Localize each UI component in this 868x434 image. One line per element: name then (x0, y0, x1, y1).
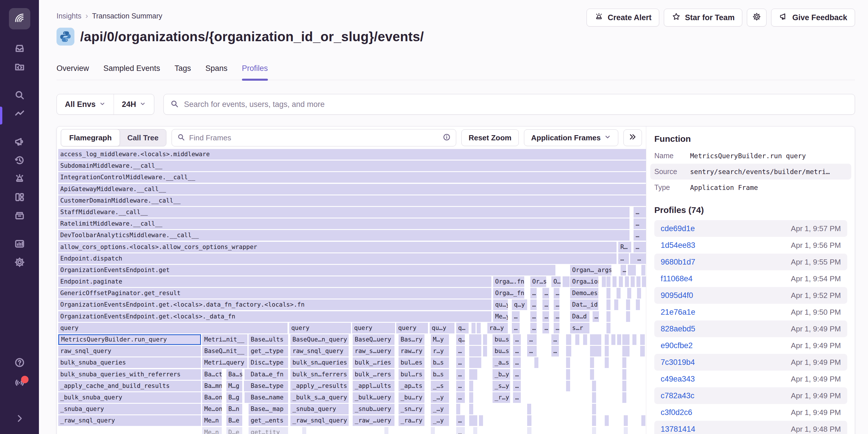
flame-frame[interactable] (469, 369, 473, 380)
flame-frame[interactable] (477, 346, 481, 357)
event-search-input[interactable] (183, 100, 848, 109)
sidebar-item-dashboards[interactable] (9, 189, 30, 207)
flame-frame[interactable] (640, 334, 645, 345)
flame-frame[interactable]: bulk_sn…ferrers (290, 369, 349, 380)
flame-frame[interactable]: ApiGatewayMiddleware.__call__ (58, 184, 646, 195)
flame-frame[interactable]: … (456, 415, 465, 426)
flame-frame[interactable]: q… (456, 334, 465, 345)
flame-frame[interactable]: ra…y (487, 323, 508, 333)
flame-frame[interactable]: Ba…ct (202, 369, 221, 380)
star-for-team-button[interactable]: Star for Team (664, 9, 742, 27)
flame-frame[interactable]: … (621, 265, 626, 275)
flame-frame[interactable]: allow_cors_options.<locals>.allow_cors_o… (58, 242, 617, 253)
flame-frame[interactable] (622, 357, 626, 368)
profile-link[interactable]: e90cfbe2 (661, 341, 693, 350)
give-feedback-button[interactable]: Give Feedback (771, 9, 855, 27)
flame-frame[interactable]: … (456, 392, 465, 403)
flame-frame[interactable]: … (554, 299, 559, 310)
sidebar-item-insights[interactable] (9, 105, 30, 123)
flame-frame[interactable]: Orga…_fn (493, 288, 524, 299)
flame-frame[interactable] (607, 323, 611, 333)
flame-frame[interactable]: s…r (570, 323, 589, 333)
profile-link[interactable]: 13781414 (661, 425, 695, 434)
profile-link[interactable]: f11068e4 (661, 274, 693, 283)
flame-frame[interactable]: raw_snql_query (58, 346, 201, 357)
flame-frame[interactable]: r…y (431, 346, 449, 357)
flame-frame[interactable]: query (289, 323, 351, 333)
sidebar-expand-button[interactable] (9, 410, 30, 428)
flame-frame[interactable]: … (551, 334, 559, 345)
flame-frame[interactable]: BaseQ…uery (353, 334, 395, 345)
breadcrumb-insights[interactable]: Insights (57, 12, 81, 20)
settings-button[interactable] (747, 9, 767, 27)
flame-frame[interactable]: _snuba_query (290, 404, 349, 414)
flame-frame[interactable] (592, 427, 596, 434)
flame-frame[interactable]: … (456, 369, 465, 380)
flame-frame[interactable] (473, 369, 477, 380)
flame-frame[interactable]: b…s (431, 369, 449, 380)
flame-frame[interactable]: … (513, 346, 521, 357)
flame-frame[interactable]: OrganizationEventsEndpoint.get.<locals>.… (58, 299, 491, 310)
flame-frame[interactable]: raw_s…uery (353, 346, 395, 357)
flame-frame[interactable]: _raw_…uery (353, 415, 395, 426)
flame-frame[interactable]: RatelimitMiddleware.__call__ (58, 219, 629, 229)
flame-frame[interactable]: … (593, 311, 599, 322)
flame-frame[interactable] (607, 288, 611, 299)
flame-frame[interactable]: … (456, 381, 465, 391)
flame-frame[interactable]: Ba…on (202, 392, 221, 403)
sentry-logo[interactable] (9, 8, 30, 29)
flame-frame[interactable]: query (58, 323, 287, 333)
flamegraph[interactable]: access_log_middleware.<locals>.middlewar… (57, 149, 646, 434)
flame-frame[interactable]: Base…_map (249, 404, 288, 414)
flame-frame[interactable]: … (542, 288, 549, 299)
flame-frame[interactable]: bulk_snuba_queries (58, 357, 201, 368)
flame-frame[interactable]: get_…ents (249, 415, 288, 426)
flame-frame[interactable] (607, 311, 611, 322)
flame-frame[interactable] (592, 404, 596, 414)
flame-frame[interactable] (607, 299, 611, 310)
flame-frame[interactable]: _raw_snql_query (290, 415, 349, 426)
flame-frame[interactable]: _…y (431, 392, 449, 403)
flame-frame[interactable]: _appl…ults (353, 381, 395, 391)
flame-frame[interactable]: … (530, 288, 537, 299)
flame-frame[interactable]: _raw_snql_query (58, 415, 201, 426)
flame-frame[interactable]: Metri…nit__ (202, 334, 247, 345)
flame-frame[interactable]: bul…rs (399, 369, 425, 380)
profile-link[interactable]: 7c3019b4 (661, 358, 695, 367)
flame-frame[interactable] (469, 415, 473, 426)
profile-link[interactable]: 21e76a1e (661, 308, 695, 317)
flame-frame[interactable]: … (554, 323, 559, 333)
flame-frame[interactable]: raw_snql_query (290, 346, 349, 357)
flame-frame[interactable] (565, 276, 569, 287)
profile-link[interactable]: cde69d1e (661, 224, 695, 233)
flame-frame[interactable] (469, 357, 473, 368)
flame-frame[interactable] (590, 346, 601, 357)
flame-frame[interactable]: … (633, 242, 646, 253)
flame-frame[interactable]: bul…es (399, 357, 425, 368)
flame-frame[interactable]: Organ…_args (570, 265, 611, 275)
flame-frame[interactable]: … (512, 311, 519, 322)
flame-frame[interactable]: _snub…uery (353, 404, 395, 414)
flame-frame[interactable] (583, 334, 587, 345)
flame-frame[interactable] (605, 357, 609, 368)
flame-frame[interactable]: … (633, 230, 646, 241)
flame-frame[interactable] (613, 276, 617, 287)
flame-frame[interactable] (534, 357, 538, 368)
profile-link[interactable]: 9095d4f0 (661, 291, 693, 300)
flame-frame[interactable]: CustomerDomainMiddleware.__call__ (58, 195, 646, 206)
flame-frame[interactable] (622, 369, 626, 380)
flame-frame[interactable]: Metri…query (202, 357, 247, 368)
flame-frame[interactable]: Demo…ess (570, 288, 598, 299)
flame-frame[interactable]: … (554, 311, 559, 322)
flame-frame[interactable]: Ba…s (226, 369, 242, 380)
flame-frame[interactable]: Dat…_id (570, 299, 598, 310)
flame-frame[interactable]: _snuba_query (58, 404, 201, 414)
flame-frame[interactable]: bu…s (493, 346, 510, 357)
flame-frame[interactable]: _apply_…results (290, 381, 349, 391)
flame-frame[interactable]: q… (456, 323, 469, 333)
flame-frame[interactable] (605, 415, 609, 426)
flame-frame[interactable]: b…s (431, 357, 449, 368)
flame-frame[interactable] (602, 276, 606, 287)
flame-frame[interactable] (566, 357, 570, 368)
flame-frame[interactable] (590, 334, 601, 345)
